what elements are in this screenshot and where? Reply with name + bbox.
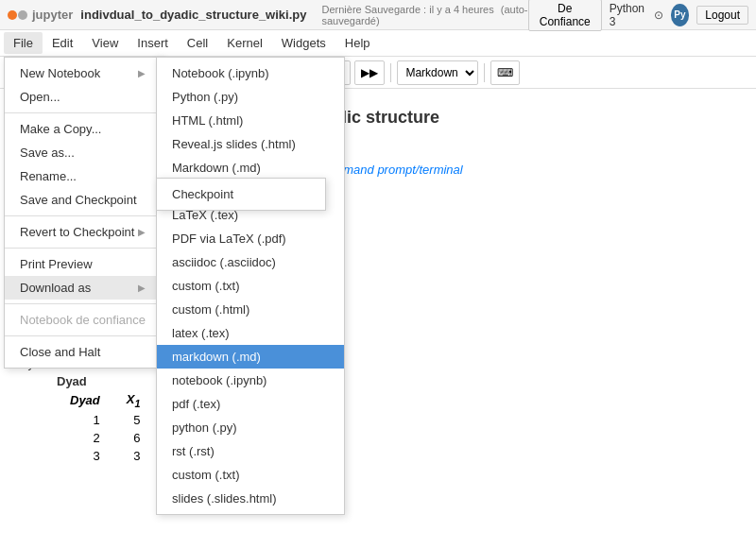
cell-type-select[interactable]: Markdown [397, 60, 478, 85]
save-checkpoint-label: Save and Checkpoint [20, 193, 137, 207]
menu-revert-checkpoint[interactable]: Revert to Checkpoint ▶ [5, 220, 161, 244]
kernel-info: Python 3 [610, 2, 646, 28]
dl-python-lower[interactable]: python (.py) [157, 416, 344, 439]
sep-3 [5, 248, 161, 249]
menu-open[interactable]: Open... [5, 85, 161, 109]
print-preview-label: Print Preview [20, 257, 93, 271]
jupyter-ring-gray [18, 10, 27, 20]
toolbar-sep-5 [390, 63, 391, 82]
menu-item-view[interactable]: View [82, 32, 128, 54]
toolbar-sep-6 [484, 63, 485, 82]
save-as-label: Save as... [20, 146, 75, 160]
menu-make-copy[interactable]: Make a Copy... [5, 117, 161, 141]
dcol-dyad: Dyad [57, 390, 113, 411]
new-notebook-label: New Notebook [20, 66, 100, 80]
sep-4 [5, 303, 161, 304]
menu-item-widgets[interactable]: Widgets [272, 32, 335, 54]
menu-notebook-trust[interactable]: Notebook de confiance [5, 308, 161, 332]
revert-checkpoint-label: Revert to Checkpoint [20, 225, 134, 239]
download-submenu: Notebook (.ipynb) Python (.py) HTML (.ht… [156, 57, 345, 515]
dcol-x1: X1 [113, 390, 154, 411]
logout-button[interactable]: Logout [696, 6, 748, 25]
topbar-left: jupyter indivdual_to_dyadic_structure_wi… [8, 4, 528, 26]
checkpoint-submenu: Checkpoint [156, 178, 326, 211]
download-as-arrow: ▶ [138, 283, 146, 293]
checkpoint-item[interactable]: Checkpoint [157, 182, 325, 206]
jupyter-logo: jupyter [8, 8, 73, 22]
jupyter-ring-orange [8, 10, 17, 20]
menu-item-help[interactable]: Help [335, 32, 380, 54]
menu-item-kernel[interactable]: Kernel [217, 32, 272, 54]
menu-item-file[interactable]: File [4, 32, 43, 54]
menu-print-preview[interactable]: Print Preview [5, 252, 161, 276]
dl-html[interactable]: HTML (.html) [157, 109, 344, 132]
rename-label: Rename... [20, 169, 77, 183]
dl-custom-html[interactable]: custom (.html) [157, 298, 344, 321]
new-notebook-arrow: ▶ [138, 68, 146, 78]
sep-1 [5, 112, 161, 113]
download-as-label: Download as [20, 281, 91, 295]
notebook-filename: indivdual_to_dyadic_structure_wiki.py [80, 8, 306, 22]
save-status: Dernière Sauvegarde : il y a 4 heures (a… [321, 4, 527, 26]
menu-item-insert[interactable]: Insert [128, 32, 178, 54]
menu-item-edit[interactable]: Edit [43, 32, 82, 54]
dl-notebook-lower[interactable]: notebook (.ipynb) [157, 369, 344, 392]
topbar-right: De Confiance Python 3 ⊙ Py Logout [528, 0, 748, 31]
menu-item-cell[interactable]: Cell [178, 32, 217, 54]
topbar: jupyter indivdual_to_dyadic_structure_wi… [0, 0, 756, 30]
dl-latex-lower[interactable]: latex (.tex) [157, 321, 344, 345]
dl-rst-lower[interactable]: rst (.rst) [157, 439, 344, 463]
close-halt-label: Close and Halt [20, 345, 100, 359]
dl-markdown-md[interactable]: Markdown (.md) [157, 156, 344, 180]
python-logo: Py [671, 4, 690, 26]
dl-notebook-ipynb[interactable]: Notebook (.ipynb) [157, 61, 344, 85]
menu-new-notebook[interactable]: New Notebook ▶ [5, 61, 161, 85]
dl-pdf-latex[interactable]: PDF via LaTeX (.pdf) [157, 227, 344, 250]
open-label: Open... [20, 90, 60, 104]
menu-save-checkpoint[interactable]: Save and Checkpoint [5, 188, 161, 212]
jupyter-icon [8, 10, 28, 20]
dl-custom-txt[interactable]: custom (.txt) [157, 274, 344, 298]
menu-download-as[interactable]: Download as ▶ [5, 276, 161, 300]
dl-revealjs[interactable]: Reveal.js slides (.html) [157, 132, 344, 156]
dl-python-py[interactable]: Python (.py) [157, 85, 344, 109]
sep-2 [5, 215, 161, 216]
dl-slides[interactable]: slides (.slides.html) [157, 487, 344, 510]
sep-5 [5, 335, 161, 336]
menu-save-as[interactable]: Save as... [5, 141, 161, 164]
file-dropdown: New Notebook ▶ Open... Make a Copy... Sa… [4, 57, 162, 369]
menu-close-halt[interactable]: Close and Halt [5, 340, 161, 364]
menubar: File Edit View Insert Cell Kernel Widget… [0, 30, 756, 57]
dl-pdf-tex[interactable]: pdf (.tex) [157, 392, 344, 416]
dl-asciidoc[interactable]: asciidoc (.asciidoc) [157, 250, 344, 274]
notebook-trust-label: Notebook de confiance [20, 313, 146, 327]
restart-run-btn[interactable]: ▶▶ [354, 60, 385, 85]
dyadic-table-container: Dyad Dyad X1 Y1 Z1 X2 Y2 159328263746336… [19, 374, 756, 465]
dl-markdown-lower[interactable]: markdown (.md) [157, 345, 344, 369]
menu-rename[interactable]: Rename... [5, 164, 161, 188]
jupyter-label: jupyter [32, 8, 73, 22]
trusted-button[interactable]: De Confiance [528, 0, 602, 31]
make-copy-label: Make a Copy... [20, 122, 101, 136]
keyboard-shortcuts-btn[interactable]: ⌨ [490, 60, 520, 85]
dl-custom-txt-lower[interactable]: custom (.txt) [157, 463, 344, 487]
revert-arrow: ▶ [138, 227, 146, 237]
